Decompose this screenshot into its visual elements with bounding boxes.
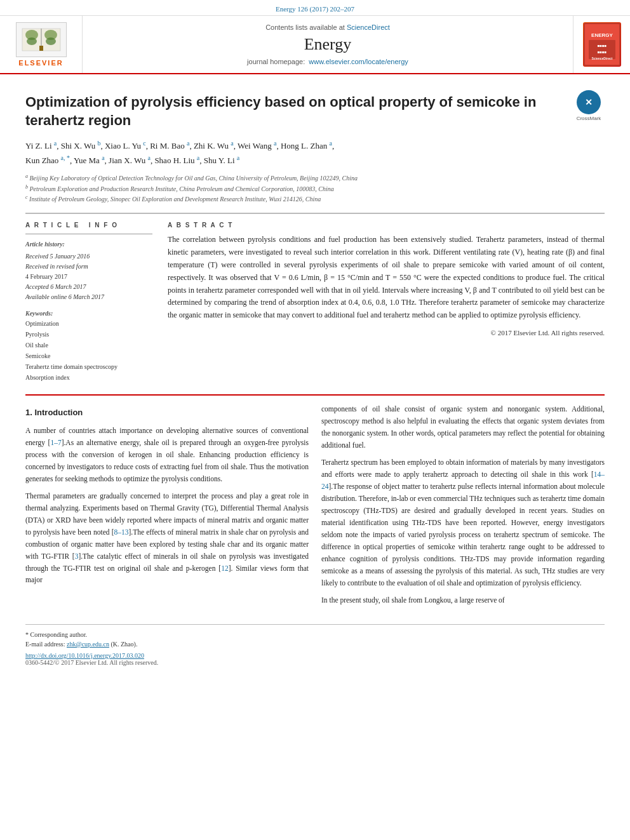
elsevier-text: ELSEVIER xyxy=(16,59,67,67)
svg-rect-6 xyxy=(39,46,43,51)
affiliations: a Beijing Key Laboratory of Optical Dete… xyxy=(25,173,605,204)
received-revised-date: 4 February 2017 xyxy=(25,272,152,282)
footnote-email-link[interactable]: zhk@cup.edu.cn xyxy=(67,641,109,648)
body-col-right: components of oil shale consist of organ… xyxy=(321,403,605,611)
ref-1-7[interactable]: 1–7 xyxy=(50,439,61,446)
body-para-3: components of oil shale consist of organ… xyxy=(321,403,605,451)
ref-12[interactable]: 12 xyxy=(221,564,229,572)
svg-text:ScienceDirect: ScienceDirect xyxy=(591,57,612,60)
doi-line: http://dx.doi.org/10.1016/j.energy.2017.… xyxy=(25,652,605,659)
contents-text: Contents lists available at xyxy=(265,23,345,31)
footnote-star-text: * Corresponding author. xyxy=(25,631,87,638)
journal-logo-right: ENERGY ■■■■ ■■■■ ScienceDirect xyxy=(573,16,630,73)
footnote-email-label: E-mail address: xyxy=(25,641,65,648)
received-revised-label: Received in revised form xyxy=(25,262,152,272)
footnote-star: * Corresponding author. xyxy=(25,630,605,639)
article-info-col: A R T I C L E I N F O Article history: R… xyxy=(25,222,152,383)
history-block: Article history: Received 5 January 2016… xyxy=(25,239,152,302)
header-divider xyxy=(25,213,605,214)
abstract-col: A B S T R A C T The correlation between … xyxy=(168,222,605,383)
page: Energy 126 (2017) 202–207 EL xyxy=(0,0,630,840)
main-content: Optimization of pyrolysis efficiency bas… xyxy=(0,74,630,679)
svg-point-5 xyxy=(46,37,56,45)
journal-name: Energy xyxy=(304,35,352,54)
article-info-abstract: A R T I C L E I N F O Article history: R… xyxy=(25,222,605,383)
received-date: Received 5 January 2016 xyxy=(25,251,152,262)
body-para-5: In the present study, oil shale from Lon… xyxy=(321,594,605,606)
body-para-1: A number of countries attach importance … xyxy=(25,425,309,485)
elsevier-logo: ELSEVIER xyxy=(16,22,67,67)
energy-badge: ENERGY ■■■■ ■■■■ ScienceDirect xyxy=(583,22,621,67)
homepage-text: journal homepage: xyxy=(247,58,305,65)
accepted-date: Accepted 6 March 2017 xyxy=(25,282,152,292)
crossmark-label: CrossMark xyxy=(573,116,605,121)
history-title: Article history: xyxy=(25,239,152,250)
footnote-email-suffix: (K. Zhao). xyxy=(111,641,137,648)
homepage-line: journal homepage: www.elsevier.com/locat… xyxy=(247,58,408,65)
authors: Yi Z. Li a, Shi X. Wu b, Xiao L. Yu c, R… xyxy=(25,138,605,168)
body-para-2: Thermal parameters are gradually concern… xyxy=(25,490,309,587)
history-dates: Received 5 January 2016 Received in revi… xyxy=(25,251,152,302)
abstract-text: The correlation between pyrolysis condit… xyxy=(168,234,605,338)
keywords-section: Keywords: Optimization Pyrolysis Oil sha… xyxy=(25,310,152,383)
copyright: © 2017 Elsevier Ltd. All rights reserved… xyxy=(168,327,605,338)
top-bar: Energy 126 (2017) 202–207 xyxy=(0,0,630,16)
svg-text:■■■■: ■■■■ xyxy=(597,44,607,48)
issn-line: 0360-5442/© 2017 Elsevier Ltd. All right… xyxy=(25,659,605,666)
footnote-email: E-mail address: zhk@cup.edu.cn (K. Zhao)… xyxy=(25,639,605,649)
body-para-4: Terahertz spectrum has been employed to … xyxy=(321,457,605,589)
article-info-label: A R T I C L E I N F O xyxy=(25,222,152,229)
article-info-box: Article history: Received 5 January 2016… xyxy=(25,234,152,383)
journal-center: Contents lists available at ScienceDirec… xyxy=(83,16,573,73)
svg-text:ENERGY: ENERGY xyxy=(591,32,613,38)
ref-3[interactable]: 3 xyxy=(75,552,79,560)
journal-citation: Energy 126 (2017) 202–207 xyxy=(276,5,354,13)
svg-text:✕: ✕ xyxy=(585,97,593,107)
sciencedirect-link[interactable]: ScienceDirect xyxy=(347,23,390,31)
crossmark-icon: ✕ xyxy=(577,90,601,114)
ref-8-13[interactable]: 8–13 xyxy=(114,528,128,536)
contents-line: Contents lists available at ScienceDirec… xyxy=(265,23,390,31)
body-section: 1. Introduction A number of countries at… xyxy=(25,403,605,611)
ref-14-24[interactable]: 14–24 xyxy=(321,470,605,490)
journal-header: ELSEVIER Contents lists available at Sci… xyxy=(0,16,630,74)
article-title: Optimization of pyrolysis efficiency bas… xyxy=(25,93,573,130)
elsevier-graphic xyxy=(16,22,67,57)
doi-link[interactable]: http://dx.doi.org/10.1016/j.energy.2017.… xyxy=(25,652,144,659)
footer-area: * Corresponding author. E-mail address: … xyxy=(25,624,605,666)
keywords-list: Optimization Pyrolysis Oil shale Semicok… xyxy=(25,318,152,383)
svg-text:■■■■: ■■■■ xyxy=(597,50,607,54)
available-date: Available online 6 March 2017 xyxy=(25,292,152,302)
homepage-link[interactable]: www.elsevier.com/locate/energy xyxy=(309,58,408,65)
crossmark-container[interactable]: ✕ CrossMark xyxy=(573,90,605,121)
elsevier-logo-container: ELSEVIER xyxy=(0,16,83,73)
body-separator xyxy=(25,394,605,396)
svg-point-4 xyxy=(27,37,37,45)
intro-heading: 1. Introduction xyxy=(25,406,309,419)
abstract-body: The correlation between pyrolysis condit… xyxy=(168,235,605,319)
title-row: Optimization of pyrolysis efficiency bas… xyxy=(25,87,605,138)
abstract-label: A B S T R A C T xyxy=(168,222,605,229)
body-col-left: 1. Introduction A number of countries at… xyxy=(25,403,309,611)
keywords-title: Keywords: xyxy=(25,310,152,317)
